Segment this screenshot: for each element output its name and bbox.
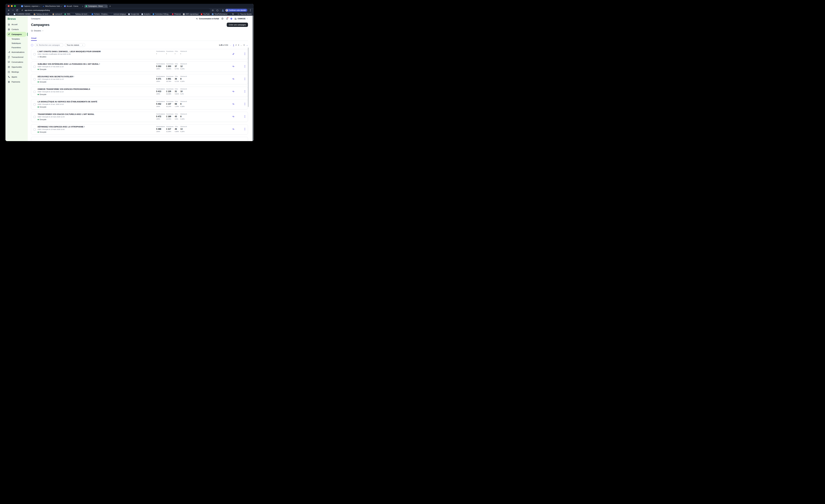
pagination-page-1[interactable]: 1 — [233, 44, 234, 46]
sidebar-item-paiements[interactable]: Paiements — [6, 79, 27, 84]
browser-tab[interactable]: Capturez, organisez et traitez × — [20, 4, 42, 8]
kebab-menu-icon[interactable] — [244, 103, 245, 106]
campaign-checkbox[interactable] — [33, 103, 35, 105]
kebab-menu-icon[interactable] — [244, 90, 245, 93]
browser-tab[interactable]: C Accueil - Canva × — [63, 4, 84, 8]
statistics-icon[interactable] — [232, 103, 235, 106]
forward-icon[interactable] — [11, 9, 14, 12]
sidebar-item-accueil[interactable]: Accueil — [6, 22, 27, 27]
pagination-page-3[interactable]: 3 — [238, 44, 239, 46]
campaign-title[interactable]: DÉFINISSEZ VOS ESPACES AVEC LA VITROPHAN… — [38, 126, 85, 128]
kebab-menu-icon[interactable] — [244, 115, 245, 119]
confirm-identity-button[interactable]: Confirmer votre identité — [225, 9, 247, 12]
site-settings-icon[interactable] — [21, 9, 23, 11]
bookmark-item[interactable]: ❖ Fichiers - Dropbox... — [92, 13, 109, 15]
sidebar-item-campagnes[interactable]: Campagnes — [6, 32, 27, 37]
browser-tab[interactable]: ∞ Meta Business Suite × — [42, 4, 63, 8]
campaign-title[interactable]: OSMOZE TRANSFORME VOS ESPACES PROFESSION… — [38, 88, 90, 90]
consumption-link[interactable]: Consommation et forfait — [196, 18, 219, 20]
campaign-checkbox[interactable] — [33, 66, 35, 68]
reload-icon[interactable] — [15, 9, 19, 12]
status-filter[interactable]: Tous les statuts — [65, 43, 85, 47]
extensions-icon[interactable] — [216, 9, 219, 12]
sidebar-item-conversations[interactable]: Conversations — [6, 60, 27, 65]
sidebar-item-contacts[interactable]: Contacts — [6, 27, 27, 32]
sidebar-item-parametres[interactable]: Paramètres — [5, 46, 28, 50]
folders-dropdown[interactable]: Dossiers — [31, 30, 248, 32]
campaign-title[interactable]: TRANSFORMER VOS ESACES CULTURELS AVEC L'… — [38, 113, 94, 115]
tab-close-icon[interactable]: × — [61, 5, 62, 7]
sidebar-item-opportunites[interactable]: Opportunités — [6, 65, 27, 69]
gem-icon[interactable] — [230, 17, 232, 20]
statistics-icon[interactable] — [232, 65, 235, 68]
statistics-icon[interactable] — [232, 78, 235, 81]
campaign-checkbox[interactable] — [33, 78, 35, 80]
statistics-icon[interactable] — [232, 115, 235, 119]
window-minimize-button[interactable] — [11, 5, 13, 7]
help-icon[interactable] — [221, 17, 224, 20]
campaign-title[interactable]: DÉCOUVREZ NOS SECRETS D'ATELIER ! — [38, 76, 74, 78]
bookmark-item[interactable]: G Analytics — [141, 13, 150, 15]
notifications-icon[interactable] — [226, 17, 228, 20]
browser-tab[interactable]: B Campagnes - Brevo × — [84, 4, 108, 8]
bookmark-item[interactable]: TimePerformance — [212, 13, 227, 15]
bookmark-item[interactable]: ✒ Correcteur Orthog... — [153, 13, 170, 15]
tab-close-icon[interactable]: × — [82, 5, 83, 7]
stat-value: 1 117 — [166, 128, 175, 130]
pagination-next-icon[interactable]: → — [246, 44, 248, 46]
window-zoom-button[interactable] — [14, 5, 16, 7]
search-input[interactable] — [39, 44, 62, 46]
select-all-checkbox[interactable] — [31, 44, 33, 46]
campaign-checkbox[interactable] — [33, 91, 35, 93]
bookmark-item[interactable]: Tableau de bord ‹... — [73, 13, 89, 15]
bookmark-item[interactable]: ∞ Meta Business Suite — [229, 13, 234, 15]
campaign-checkbox[interactable] — [33, 128, 35, 131]
tab-close-icon[interactable]: × — [39, 5, 40, 7]
downloads-icon[interactable] — [222, 9, 224, 11]
kebab-menu-icon[interactable] — [244, 78, 245, 81]
bookmark-item[interactable]: osmoze.fr — [53, 13, 62, 15]
all-bookmarks-button[interactable]: Tous les favoris — [238, 13, 252, 15]
campaign-title[interactable]: SUBLIMEZ VOS INTÉRIEURS AVEC LA PUISSANC… — [38, 63, 100, 65]
bookmark-item[interactable]: Tableau de bord ‹... — [34, 13, 50, 15]
campaign-title[interactable]: L'ART S'INVITE DANS L'ENFANCE... LIEUX M… — [38, 51, 101, 53]
page-scrollbar[interactable] — [248, 48, 249, 107]
statistics-icon[interactable] — [232, 90, 235, 93]
statistics-icon[interactable] — [232, 128, 235, 131]
bookmark-item[interactable]: osmoze-belgique — [111, 13, 126, 15]
sidebar-item-transactionnel[interactable]: Transactionnel — [6, 55, 27, 60]
bookmark-item[interactable]: P Pinterest — [172, 13, 181, 15]
org-switcher[interactable]: OSMOZE — [234, 18, 248, 20]
campaign-title[interactable]: LA SIGNALÉTIQUE AU SERVICE DES ÉTABLISSE… — [38, 101, 97, 103]
bookmark-item[interactable]: ▶ YouTube — [201, 13, 210, 15]
bookmark-item[interactable]: M AMO-signaletique — [183, 13, 199, 15]
sidebar-item-appels[interactable]: Appels — [6, 74, 27, 79]
kebab-menu-icon[interactable] — [244, 65, 245, 68]
campaign-checkbox[interactable] — [33, 53, 35, 55]
pagination-prev-icon[interactable]: ← — [229, 44, 231, 46]
bookmark-item[interactable]: G Google Ads — [128, 13, 139, 15]
address-bar[interactable]: app.brevo.com/campaigns/listing — [20, 9, 210, 12]
apps-grid-icon[interactable] — [7, 13, 9, 15]
new-tab-button[interactable]: + — [109, 5, 111, 7]
campaign-checkbox[interactable] — [33, 116, 35, 118]
sidebar-item-statistiques[interactable]: Statistiques — [5, 41, 28, 46]
kebab-menu-icon[interactable] — [244, 53, 245, 56]
bookmark-star-icon[interactable] — [211, 9, 214, 12]
browser-menu-icon[interactable] — [249, 9, 252, 12]
edit-icon[interactable] — [232, 53, 235, 56]
sidebar-item-automatisations[interactable]: Automatisations — [6, 50, 27, 55]
bookmark-item[interactable]: B NWL — [64, 13, 70, 15]
pagination-page-9[interactable]: 9 — [243, 44, 244, 46]
tab-close-icon[interactable]: × — [105, 5, 106, 7]
window-close-button[interactable] — [8, 5, 10, 7]
create-campaign-button[interactable]: Créer une campagne — [227, 23, 248, 27]
pagination-page-2[interactable]: 2 — [235, 44, 236, 46]
bookmark-item[interactable]: G PLANNING SEMAI... — [14, 13, 31, 15]
window-scrollbar[interactable] — [252, 16, 253, 141]
sidebar-item-templates[interactable]: Templates — [5, 37, 28, 41]
kebab-menu-icon[interactable] — [244, 128, 245, 131]
tab-email[interactable]: Email — [31, 37, 37, 41]
sidebar-item-meetings[interactable]: Meetings — [6, 69, 27, 74]
back-icon[interactable] — [7, 9, 10, 12]
